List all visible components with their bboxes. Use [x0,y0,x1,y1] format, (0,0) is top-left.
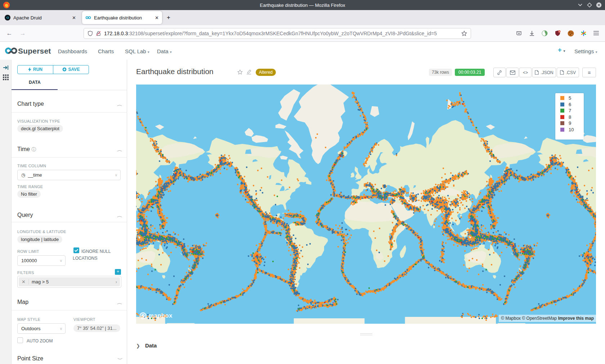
svg-text:2: 2 [559,31,560,33]
